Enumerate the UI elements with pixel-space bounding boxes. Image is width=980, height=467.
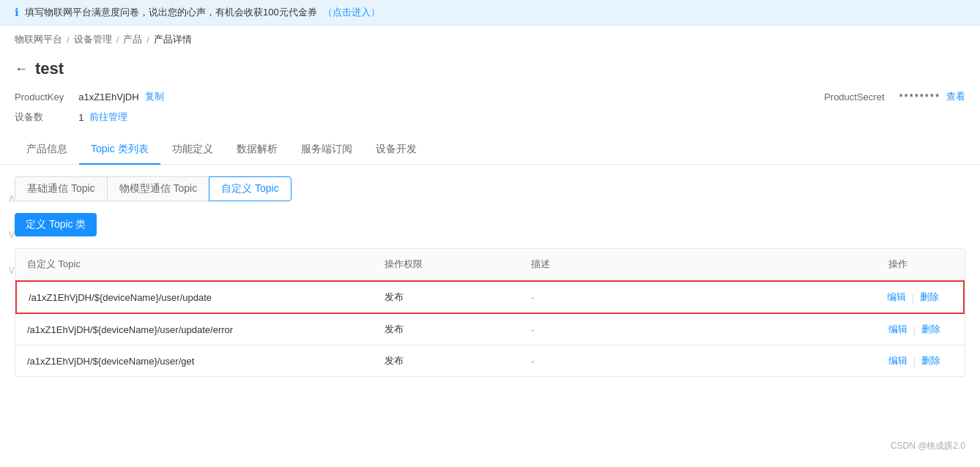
row2-actions: 编辑 | 删除 [877,314,965,345]
th-actions: 操作 [877,249,965,280]
breadcrumb-device-mgmt[interactable]: 设备管理 [74,33,112,46]
row1-delete-button[interactable]: 删除 [920,291,939,304]
copy-key-button[interactable]: 复制 [145,90,164,103]
product-secret-value-row: ******** 查看 [899,90,965,103]
info-icon: ℹ [15,6,19,19]
table-row: /a1xZ1EhVjDH/${deviceName}/user/update/e… [15,314,965,345]
product-secret-label: ProductSecret [824,91,884,102]
row3-topic: /a1xZ1EhVjDH/${deviceName}/user/get [15,345,373,376]
row3-permission: 发布 [373,345,519,376]
row2-edit-button[interactable]: 编辑 [888,323,907,336]
row1-permission: 发布 [373,282,519,313]
tab-product-info[interactable]: 产品信息 [15,135,79,165]
row3-description: - [519,345,877,376]
product-info: ProductKey a1xZ1EhVjDH 复制 ProductSecret … [0,90,980,135]
breadcrumb: 物联网平台 / 设备管理 / 产品 / 产品详情 [0,26,980,53]
tab-function-def[interactable]: 功能定义 [160,135,225,165]
manage-devices-link[interactable]: 前往管理 [89,111,127,124]
sub-content: 基础通信 Topic 物模型通信 Topic 自定义 Topic 定义 Topi… [0,165,980,389]
breadcrumb-iot[interactable]: 物联网平台 [15,33,62,46]
view-secret-button[interactable]: 查看 [946,90,965,103]
breadcrumb-product[interactable]: 产品 [123,33,142,46]
main-tabs: 产品信息 Topic 类列表 功能定义 数据解析 服务端订阅 设备开发 [0,135,980,165]
tab-data-parse[interactable]: 数据解析 [225,135,289,165]
table-row: /a1xZ1EhVjDH/${deviceName}/user/get 发布 -… [15,345,965,376]
banner-link[interactable]: （点击进入） [323,6,380,19]
nav-arrow-down[interactable]: ∨ [7,227,16,241]
sub-tabs: 基础通信 Topic 物模型通信 Topic 自定义 Topic [15,176,965,201]
tab-server-sub[interactable]: 服务端订阅 [289,135,364,165]
sub-tab-custom[interactable]: 自定义 Topic [209,176,292,201]
tab-device-dev[interactable]: 设备开发 [364,135,428,165]
sub-tab-model[interactable]: 物模型通信 Topic [107,176,210,201]
th-topic: 自定义 Topic [15,249,373,280]
th-description: 描述 [519,249,877,280]
device-count-value: 1 [78,112,83,123]
nav-arrow-down2[interactable]: ∨ [7,263,16,277]
row2-delete-button[interactable]: 删除 [921,323,940,336]
row1-edit-button[interactable]: 编辑 [887,291,906,304]
row1-description: - [519,282,875,313]
device-count-label: 设备数 [15,111,64,124]
row2-permission: 发布 [373,314,519,345]
row2-description: - [519,314,877,345]
back-button[interactable]: ← [15,61,28,77]
left-nav-arrows: ∧ ∨ ∨ [7,191,16,277]
breadcrumb-current: 产品详情 [154,33,192,46]
survey-banner: ℹ 填写物联网平台满意度问卷，说出您的心声，有机会收获100元代金券 （点击进入… [0,0,980,26]
row1-topic: /a1xZ1EhVjDH/${deviceName}/user/update [17,282,373,313]
th-permission: 操作权限 [373,249,519,280]
define-topic-button[interactable]: 定义 Topic 类 [15,213,97,236]
topic-table: 自定义 Topic 操作权限 描述 操作 /a1xZ1EhVjDH/${devi… [15,248,965,377]
product-key-value-row: a1xZ1EhVjDH 复制 [78,90,809,103]
product-key-label: ProductKey [15,91,64,102]
row2-topic: /a1xZ1EhVjDH/${deviceName}/user/update/e… [15,314,373,345]
banner-text: 填写物联网平台满意度问卷，说出您的心声，有机会收获100元代金券 [25,6,317,19]
table-row: /a1xZ1EhVjDH/${deviceName}/user/update 发… [15,280,965,314]
row3-delete-button[interactable]: 删除 [921,354,940,367]
device-count-value-row: 1 前往管理 [78,111,809,124]
row3-actions: 编辑 | 删除 [877,345,965,376]
row1-actions: 编辑 | 删除 [875,282,963,313]
row3-edit-button[interactable]: 编辑 [888,354,907,367]
page-title: test [35,59,64,78]
product-secret-value: ******** [899,91,940,102]
tab-topic-list[interactable]: Topic 类列表 [79,135,160,165]
product-key-value: a1xZ1EhVjDH [78,91,138,102]
nav-arrow-up[interactable]: ∧ [7,191,16,205]
sub-tab-basic[interactable]: 基础通信 Topic [15,176,108,201]
table-header: 自定义 Topic 操作权限 描述 操作 [15,249,965,280]
page-header: ← test [0,53,980,90]
